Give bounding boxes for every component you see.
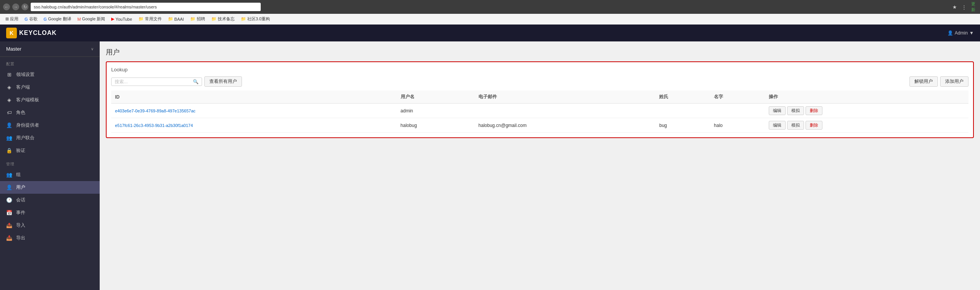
bookmark-label: BAAI xyxy=(174,17,184,21)
user-id-link[interactable]: e403e6e7-0e39-4769-89a8-497e135657ac xyxy=(115,109,196,113)
bookmark-label: 应用 xyxy=(10,16,18,22)
col-last-name: 姓氏 xyxy=(655,91,710,104)
bookmark-translate[interactable]: G Google 翻译 xyxy=(41,15,74,23)
bookmark-label: 谷歌 xyxy=(29,16,38,22)
authentication-icon: 🔒 xyxy=(6,148,12,153)
main-layout: Master ∨ 配置 ⊞ 领域设置 ◈ 客户端 ◈ 客户端模板 🏷 角色 👤 xyxy=(0,41,980,290)
unlock-users-button[interactable]: 解锁用户 xyxy=(909,76,938,87)
community-folder-icon: 📁 xyxy=(241,16,246,21)
search-input[interactable] xyxy=(115,79,191,84)
bookmark-baai[interactable]: 📁 BAAI xyxy=(166,16,186,22)
add-user-button[interactable]: 添加用户 xyxy=(940,76,968,87)
cell-actions: 编辑模拟删除 xyxy=(765,104,968,118)
sidebar-item-clients[interactable]: ◈ 客户端 xyxy=(0,81,100,94)
export-icon: 📥 xyxy=(6,235,12,241)
bookmark-label: Google 新闻 xyxy=(82,16,105,22)
realm-selector[interactable]: Master ∨ xyxy=(0,41,100,57)
sidebar-item-import[interactable]: 📤 导入 xyxy=(0,219,100,232)
sidebar: Master ∨ 配置 ⊞ 领域设置 ◈ 客户端 ◈ 客户端模板 🏷 角色 👤 xyxy=(0,41,100,290)
client-templates-icon: ◈ xyxy=(6,97,12,103)
sidebar-item-authentication[interactable]: 🔒 验证 xyxy=(0,144,100,157)
sidebar-item-identity-providers[interactable]: 👤 身份提供者 xyxy=(0,119,100,132)
bookmark-label: 常用文件 xyxy=(145,16,162,22)
sidebar-item-roles[interactable]: 🏷 角色 xyxy=(0,106,100,119)
events-icon: 📅 xyxy=(6,210,12,216)
bookmark-youtube[interactable]: ▶ YouTube xyxy=(109,16,134,22)
bookmark-label: YouTube xyxy=(115,17,132,21)
bookmark-recruit[interactable]: 📁 招聘 xyxy=(188,15,207,23)
cell-email xyxy=(475,104,656,118)
chevron-down-icon: ▼ xyxy=(969,30,974,36)
cell-last-name: bug xyxy=(655,118,710,133)
users-panel: Lookup 🔍 查看所有用户 解锁用户 添加用户 xyxy=(106,61,974,138)
update-button[interactable]: 更新 xyxy=(969,3,977,11)
sessions-icon: 🕐 xyxy=(6,197,12,203)
edit-button[interactable]: 编辑 xyxy=(769,121,786,130)
roles-icon: 🏷 xyxy=(6,110,12,115)
table-row: e517fc61-26c3-4953-9b31-a2b30f1a0174halo… xyxy=(111,118,968,133)
bookmark-files[interactable]: 📁 常用文件 xyxy=(136,15,164,23)
col-email: 电子邮件 xyxy=(475,91,656,104)
top-navbar: K KEYCLOAK 👤 Admin ▼ xyxy=(0,25,980,41)
cell-last-name xyxy=(655,104,710,118)
manage-section-label: 管理 xyxy=(0,157,100,168)
sidebar-item-label: 会话 xyxy=(16,197,25,203)
sidebar-item-events[interactable]: 📅 事件 xyxy=(0,206,100,219)
app-container: K KEYCLOAK 👤 Admin ▼ Master ∨ 配置 ⊞ 领域设置 … xyxy=(0,25,980,290)
sidebar-item-realm-settings[interactable]: ⊞ 领域设置 xyxy=(0,68,100,81)
cell-username: admin xyxy=(397,104,475,118)
url-text: sso.halobug.cn/auth/admin/master/console… xyxy=(34,5,157,9)
bookmark-apps[interactable]: ⊞ 应用 xyxy=(3,15,21,23)
sidebar-item-label: 角色 xyxy=(16,109,25,116)
user-menu-label: Admin xyxy=(955,30,968,36)
cell-id: e517fc61-26c3-4953-9b31-a2b30f1a0174 xyxy=(111,118,397,133)
sidebar-item-label: 用户 xyxy=(16,184,25,191)
user-menu[interactable]: 👤 Admin ▼ xyxy=(947,30,974,36)
col-actions: 操作 xyxy=(765,91,968,104)
delete-button[interactable]: 删除 xyxy=(806,121,822,130)
sidebar-item-sessions[interactable]: 🕐 会话 xyxy=(0,194,100,206)
forward-button[interactable]: → xyxy=(12,3,19,10)
cell-email: halobug.cn@gmail.com xyxy=(475,118,656,133)
cell-actions: 编辑模拟删除 xyxy=(765,118,968,133)
address-bar[interactable]: sso.halobug.cn/auth/admin/master/console… xyxy=(31,3,261,11)
realm-arrow-icon: ∨ xyxy=(91,47,94,51)
search-input-wrapper: 🔍 xyxy=(111,77,202,86)
folder-icon: 📁 xyxy=(138,16,144,21)
action-buttons-right: 解锁用户 添加用户 xyxy=(909,76,968,87)
page-title: 用户 xyxy=(106,48,974,57)
sidebar-item-users[interactable]: 👤 用户 xyxy=(0,181,100,194)
sidebar-item-label: 客户端模板 xyxy=(16,97,39,103)
col-first-name: 名字 xyxy=(710,91,765,104)
cell-first-name xyxy=(710,104,765,118)
bookmark-news[interactable]: M Google 新闻 xyxy=(75,15,108,23)
table-body: e403e6e7-0e39-4769-89a8-497e135657acadmi… xyxy=(111,104,968,133)
import-icon: 📤 xyxy=(6,222,12,228)
cell-id: e403e6e7-0e39-4769-89a8-497e135657ac xyxy=(111,104,397,118)
sidebar-item-label: 客户端 xyxy=(16,84,30,91)
bookmark-community[interactable]: 📁 社区3.0重构 xyxy=(238,15,272,23)
back-button[interactable]: ← xyxy=(3,3,10,10)
view-all-button[interactable]: 查看所有用户 xyxy=(204,76,242,87)
sidebar-item-user-federation[interactable]: 👥 用户联合 xyxy=(0,132,100,144)
content-area: 用户 Lookup 🔍 查看所有用户 解锁用户 添加用户 xyxy=(100,41,980,290)
bookmark-google[interactable]: G 谷歌 xyxy=(22,15,40,23)
google-icon: G xyxy=(25,17,28,21)
bookmark-tech[interactable]: 📁 技术备忘 xyxy=(209,15,237,23)
sidebar-item-client-templates[interactable]: ◈ 客户端模板 xyxy=(0,94,100,106)
reload-button[interactable]: ↻ xyxy=(21,3,28,10)
user-id-link[interactable]: e517fc61-26c3-4953-9b31-a2b30f1a0174 xyxy=(115,123,193,128)
bookmark-button[interactable]: ★ xyxy=(951,3,959,11)
sidebar-item-groups[interactable]: 👥 组 xyxy=(0,168,100,181)
logo-area: K KEYCLOAK xyxy=(6,28,57,38)
simulate-button[interactable]: 模拟 xyxy=(787,106,804,115)
delete-button[interactable]: 删除 xyxy=(806,106,822,115)
simulate-button[interactable]: 模拟 xyxy=(787,121,804,130)
sidebar-item-export[interactable]: 📥 导出 xyxy=(0,232,100,244)
col-id: ID xyxy=(111,91,397,104)
bookmark-label: 招聘 xyxy=(197,16,205,22)
edit-button[interactable]: 编辑 xyxy=(769,106,786,115)
browser-actions: ★ ⋮ 更新 xyxy=(951,3,977,11)
more-button[interactable]: ⋮ xyxy=(960,3,968,11)
config-section-label: 配置 xyxy=(0,57,100,68)
